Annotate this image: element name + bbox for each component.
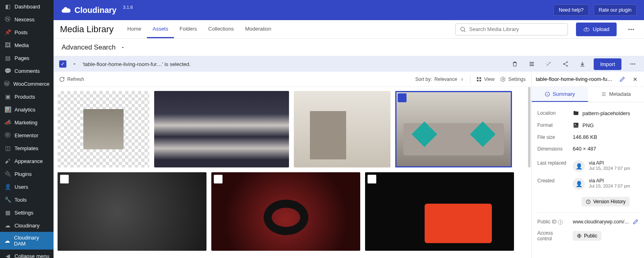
selection-badge[interactable]: [214, 175, 223, 184]
sidebar-item-tools[interactable]: 🔧Tools: [0, 193, 54, 206]
edit-name-button[interactable]: [617, 74, 627, 84]
refresh-button[interactable]: Refresh: [59, 76, 84, 82]
magic-action[interactable]: [543, 58, 554, 70]
asset-item[interactable]: [58, 91, 149, 167]
location-value: pattern-placeholders: [582, 110, 630, 116]
location-label: Location: [537, 110, 569, 116]
svg-point-3: [633, 29, 634, 30]
sidebar-item-appearance[interactable]: 🖌Appearance: [0, 155, 54, 167]
import-button[interactable]: Import: [594, 58, 621, 70]
asset-item[interactable]: [154, 91, 289, 167]
selection-checkbox[interactable]: ✓: [59, 60, 66, 68]
close-panel-button[interactable]: [630, 74, 640, 84]
created-label: Created: [537, 178, 569, 184]
sidebar-item-label: Media: [14, 42, 29, 48]
version-history-button[interactable]: Version History: [582, 197, 630, 206]
public-id-label: Public ID i: [537, 219, 569, 225]
svg-point-0: [460, 27, 464, 31]
media-icon: 🖾: [4, 41, 11, 49]
need-help-button[interactable]: Need help?: [553, 4, 588, 16]
download-icon: [579, 61, 586, 67]
sidebar-item-pages[interactable]: ▤Pages: [0, 52, 54, 64]
sidebar-collapse[interactable]: ◀Collapse menu: [0, 250, 54, 258]
refresh-label: Refresh: [67, 76, 84, 82]
upload-button[interactable]: Upload: [576, 23, 617, 36]
globe-icon: [577, 233, 582, 238]
tab-collections[interactable]: Collections: [202, 21, 239, 38]
analytics-icon: 📊: [4, 106, 11, 113]
asset-item[interactable]: [294, 91, 390, 167]
brand-name: Cloudinary: [74, 6, 116, 15]
svg-point-1: [628, 29, 630, 30]
sidebar-item-users[interactable]: 👤Users: [0, 180, 54, 193]
svg-rect-12: [477, 80, 479, 81]
tab-metadata[interactable]: Metadata: [588, 87, 644, 102]
sidebar-item-plugins[interactable]: 🔌Plugins: [0, 167, 54, 180]
delete-action[interactable]: [509, 58, 520, 70]
sidebar-item-products[interactable]: ▣Products: [0, 90, 54, 103]
sidebar-item-cloudinary-dam[interactable]: ☁Cloudinary DAM: [0, 232, 54, 250]
view-control[interactable]: View: [476, 76, 495, 82]
advanced-search-row[interactable]: Advanced Search: [54, 39, 644, 56]
sidebar-item-woocommerce[interactable]: ⓌWooCommerce: [0, 77, 54, 90]
tab-moderation[interactable]: Moderation: [239, 21, 277, 38]
media-library-header: Media Library Home Assets Folders Collec…: [54, 20, 644, 39]
search-icon: [460, 26, 466, 33]
created-row: Created 👤 via API Jul 15, 2024 7:07 pm: [537, 175, 638, 193]
selection-badge[interactable]: [367, 175, 376, 184]
more-actions[interactable]: [627, 58, 638, 70]
svg-point-14: [502, 78, 504, 80]
download-action[interactable]: [577, 58, 588, 70]
sidebar-item-comments[interactable]: 💬Comments: [0, 64, 54, 77]
search-container[interactable]: [455, 23, 568, 35]
sidebar-item-media[interactable]: 🖾Media: [0, 39, 54, 52]
sidebar-item-marketing[interactable]: 📣Marketing: [0, 116, 54, 129]
scrollbar[interactable]: [528, 87, 530, 167]
selection-badge[interactable]: [60, 175, 69, 184]
settings-control[interactable]: Settings: [500, 76, 526, 82]
list-action[interactable]: [526, 58, 537, 70]
cloud-upload-icon: [583, 26, 590, 33]
chevron-down-icon[interactable]: [72, 62, 77, 66]
tab-summary[interactable]: Summary: [532, 87, 588, 102]
nav-tabs: Home Assets Folders Collections Moderati…: [122, 21, 277, 38]
access-label: Access control: [537, 230, 569, 241]
magic-wand-icon: [545, 61, 552, 67]
cloudinary-logo: Cloudinary: [61, 5, 116, 15]
more-options-button[interactable]: [625, 23, 638, 36]
asset-item[interactable]: [211, 172, 360, 251]
asset-item[interactable]: [365, 172, 514, 251]
dimensions-label: Dimensions: [537, 146, 569, 152]
access-value-pill[interactable]: Public: [573, 231, 601, 241]
sidebar-item-nexcess[interactable]: ⓃNexcess: [0, 13, 54, 26]
rate-plugin-button[interactable]: Rate our plugin: [594, 4, 637, 16]
advanced-search-label: Advanced Search: [62, 43, 116, 52]
pencil-icon[interactable]: [633, 219, 638, 225]
sidebar-item-cloudinary[interactable]: ☁Cloudinary: [0, 219, 54, 232]
content-area: Refresh Sort by: Relevance View Settings: [54, 72, 644, 258]
detail-header: table-floor-home-living-room-furnit…: [532, 72, 644, 87]
asset-item[interactable]: [58, 172, 206, 251]
tab-assets[interactable]: Assets: [147, 21, 174, 38]
sidebar-item-settings[interactable]: ▦Settings: [0, 206, 54, 219]
cloud-icon: ☁: [4, 237, 11, 244]
search-input[interactable]: [469, 26, 564, 32]
selection-badge[interactable]: [398, 93, 407, 102]
selection-text: 'table-floor-home-living-room-fur…' is s…: [83, 61, 191, 67]
history-icon: [586, 199, 591, 204]
sidebar-item-analytics[interactable]: 📊Analytics: [0, 103, 54, 116]
sidebar-item-elementor[interactable]: ⓔElementor: [0, 129, 54, 142]
toolbar-row: Refresh Sort by: Relevance View Settings: [54, 72, 531, 87]
grid-icon: [476, 76, 482, 82]
sidebar-item-posts[interactable]: 📌Posts: [0, 26, 54, 39]
list-icon: [528, 61, 535, 67]
tab-home[interactable]: Home: [122, 21, 147, 38]
sidebar-item-dashboard[interactable]: ◧Dashboard: [0, 0, 54, 13]
asset-item-selected[interactable]: [395, 91, 512, 167]
comment-icon: 💬: [4, 67, 11, 74]
tab-folders[interactable]: Folders: [174, 21, 202, 38]
last-replaced-row: Last replaced 👤 via API Jul 15, 2024 7:0…: [537, 155, 638, 175]
sidebar-item-templates[interactable]: ◫Templates: [0, 142, 54, 155]
sort-control[interactable]: Sort by: Relevance: [415, 76, 464, 82]
share-action[interactable]: [560, 58, 571, 70]
